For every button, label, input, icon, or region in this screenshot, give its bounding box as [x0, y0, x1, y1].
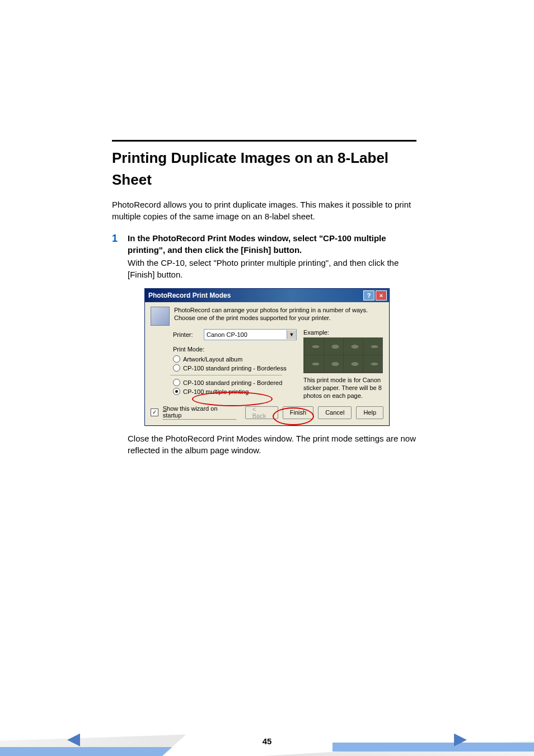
- radio-borderless[interactable]: CP-100 standard printing - Borderless: [173, 364, 297, 372]
- radio-bordered[interactable]: CP-100 standard printing - Bordered: [173, 379, 297, 386]
- step-number: 1: [112, 233, 118, 456]
- radio-icon: [173, 379, 180, 386]
- print-modes-dialog: PhotoRecord Print Modes ? × PhotoRecord …: [144, 288, 390, 426]
- chevron-down-icon: ▼: [287, 330, 296, 339]
- cancel-button[interactable]: Cancel: [318, 406, 352, 419]
- page-footer: 45 ◀ ▶: [0, 719, 534, 756]
- show-wizard-label: Show this wizard on startup: [163, 405, 236, 420]
- step-1: 1 In the PhotoRecord Print Modes window,…: [112, 232, 416, 456]
- intro-text: PhotoRecord allows you to print duplicat…: [112, 199, 416, 222]
- dialog-description: PhotoRecord can arrange your photos for …: [174, 307, 383, 326]
- titlebar-close-button[interactable]: ×: [376, 290, 387, 300]
- back-button: < Back: [245, 406, 278, 419]
- step-instruction: In the PhotoRecord Print Modes window, s…: [128, 232, 416, 256]
- help-button[interactable]: Help: [356, 406, 383, 419]
- example-label: Example:: [303, 329, 383, 336]
- step-note: With the CP-10, select "Photo printer mu…: [128, 257, 416, 280]
- prev-page-arrow[interactable]: ◀: [67, 729, 80, 748]
- divider: [170, 375, 282, 375]
- next-page-arrow[interactable]: ▶: [454, 729, 467, 748]
- radio-label: Artwork/Layout album: [183, 356, 242, 363]
- radio-artwork-layout[interactable]: Artwork/Layout album: [173, 355, 297, 363]
- page-number: 45: [263, 736, 272, 746]
- dialog-titlebar: PhotoRecord Print Modes ? ×: [145, 289, 389, 302]
- radio-label: CP-100 multiple printing: [183, 388, 249, 395]
- wizard-icon: [151, 307, 170, 326]
- radio-icon: [173, 355, 180, 363]
- print-mode-label: Print Mode:: [173, 346, 297, 353]
- radio-icon: [173, 388, 180, 395]
- printer-value: Canon CP-100: [207, 331, 247, 338]
- dialog-title: PhotoRecord Print Modes: [148, 292, 231, 299]
- titlebar-help-button[interactable]: ?: [363, 290, 374, 300]
- printer-dropdown[interactable]: Canon CP-100 ▼: [204, 329, 297, 340]
- radio-multiple-printing[interactable]: CP-100 multiple printing: [173, 388, 297, 395]
- finish-button[interactable]: Finish: [283, 406, 313, 419]
- example-preview: [303, 337, 383, 373]
- section-heading: Printing Duplicate Images on an 8-Label …: [112, 147, 416, 191]
- printer-label: Printer:: [173, 331, 198, 338]
- radio-label: CP-100 standard printing - Borderless: [183, 365, 287, 372]
- radio-label: CP-100 standard printing - Bordered: [183, 379, 282, 386]
- example-description: This print mode is for Canon sticker pap…: [303, 377, 383, 400]
- step-result-text: Close the PhotoRecord Print Modes window…: [128, 433, 416, 456]
- show-wizard-checkbox[interactable]: ✓: [151, 408, 158, 416]
- section-rule: [112, 140, 416, 142]
- radio-icon: [173, 364, 180, 372]
